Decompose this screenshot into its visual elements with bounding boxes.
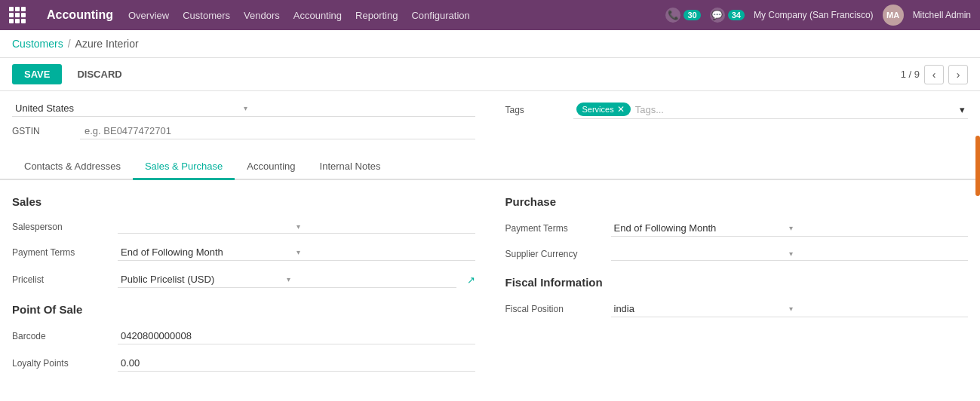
pricelist-select[interactable]: Public Pricelist (USD) ▾: [118, 271, 456, 288]
tags-field[interactable]: Services ✕ Tags... ▾: [573, 100, 969, 119]
supplier-currency-label: Supplier Currency: [505, 249, 604, 259]
tab-contacts-addresses[interactable]: Contacts & Addresses: [12, 155, 133, 180]
discard-button[interactable]: DISCARD: [68, 64, 131, 84]
sales-payment-terms-label: Payment Terms: [12, 247, 110, 258]
fiscal-section: Fiscal Information Fiscal Position india…: [505, 276, 969, 317]
country-value: United States: [15, 103, 244, 114]
salesperson-select[interactable]: ▾: [118, 220, 475, 234]
tab-content-sales-purchase: Sales Salesperson ▾ Payment Terms End of…: [0, 180, 980, 397]
avatar: MA: [883, 5, 904, 26]
breadcrumb: Customers / Azure Interior: [0, 30, 980, 58]
next-page-button[interactable]: ›: [948, 65, 968, 84]
tab-accounting[interactable]: Accounting: [235, 155, 307, 180]
tag-remove-btn[interactable]: ✕: [617, 104, 625, 115]
purchase-payment-terms-value: End of Following Month: [614, 222, 790, 234]
chat-icon: 💬: [710, 8, 725, 23]
breadcrumb-parent[interactable]: Customers: [12, 38, 63, 50]
barcode-row: Barcode: [12, 328, 475, 344]
form-top-section: United States ▾ GSTIN Tags Services ✕: [0, 91, 980, 148]
pricelist-value: Public Pricelist (USD): [121, 274, 287, 285]
pagination-control: 1 / 9 ‹ ›: [901, 65, 968, 84]
loyalty-label: Loyalty Points: [12, 358, 110, 369]
loyalty-row: Loyalty Points: [12, 355, 475, 372]
chat-btn[interactable]: 💬 34: [710, 8, 745, 23]
pricelist-caret: ▾: [287, 275, 453, 283]
prev-page-button[interactable]: ‹: [924, 65, 944, 84]
purchase-payment-terms-row: Payment Terms End of Following Month ▾: [505, 220, 969, 237]
sales-payment-terms-value: End of Following Month: [121, 246, 296, 258]
left-form-col: United States ▾ GSTIN: [12, 100, 475, 145]
fiscal-position-caret: ▾: [789, 305, 965, 313]
purchase-payment-terms-label: Payment Terms: [505, 223, 604, 234]
loyalty-input[interactable]: [121, 357, 472, 369]
loyalty-field[interactable]: [118, 355, 475, 372]
toolbar: SAVE DISCARD 1 / 9 ‹ ›: [0, 58, 980, 91]
nav-vendors[interactable]: Vendors: [244, 10, 280, 21]
tags-label: Tags: [505, 105, 566, 115]
tab-internal-notes[interactable]: Internal Notes: [308, 155, 393, 180]
sales-column: Sales Salesperson ▾ Payment Terms End of…: [12, 195, 475, 382]
supplier-currency-select[interactable]: ▾: [611, 247, 969, 261]
country-select[interactable]: United States ▾: [12, 100, 475, 117]
tags-row: Tags Services ✕ Tags... ▾: [505, 100, 969, 119]
salesperson-label: Salesperson: [12, 222, 110, 232]
supplier-currency-row: Supplier Currency ▾: [505, 247, 969, 261]
fiscal-position-row: Fiscal Position india ▾: [505, 301, 969, 317]
fiscal-position-label: Fiscal Position: [505, 304, 604, 314]
sales-payment-terms-row: Payment Terms End of Following Month ▾: [12, 244, 475, 261]
fiscal-section-title: Fiscal Information: [505, 276, 969, 289]
chat-badge: 34: [728, 10, 745, 20]
gstin-row: GSTIN: [12, 123, 475, 139]
barcode-field[interactable]: [118, 328, 475, 344]
main-nav-links: Overview Customers Vendors Accounting Re…: [128, 10, 650, 21]
services-tag: Services ✕: [576, 103, 631, 116]
save-button[interactable]: SAVE: [12, 64, 62, 84]
sales-payment-terms-caret: ▾: [296, 248, 472, 256]
nav-customers[interactable]: Customers: [183, 10, 230, 21]
user-menu[interactable]: Mitchell Admin: [913, 10, 971, 20]
content-area: Customers / Azure Interior SAVE DISCARD …: [0, 30, 980, 397]
fiscal-position-select[interactable]: india ▾: [611, 301, 969, 317]
sales-section-title: Sales: [12, 195, 475, 208]
nav-overview[interactable]: Overview: [128, 10, 169, 21]
app-grid-icon[interactable]: [9, 7, 26, 23]
pricelist-external-link[interactable]: ↗: [467, 274, 475, 286]
scroll-indicator[interactable]: [975, 136, 980, 196]
tag-label: Services: [582, 105, 614, 114]
nav-accounting[interactable]: Accounting: [293, 10, 342, 21]
phone-icon: 📞: [665, 8, 680, 23]
pricelist-row: Pricelist Public Pricelist (USD) ▾ ↗: [12, 271, 475, 288]
breadcrumb-current: Azure Interior: [75, 38, 139, 50]
gstin-input[interactable]: [80, 123, 475, 139]
purchase-payment-caret: ▾: [789, 224, 965, 232]
phone-activity-btn[interactable]: 📞 30: [665, 8, 700, 23]
fiscal-position-value: india: [614, 303, 790, 314]
nav-reporting[interactable]: Reporting: [355, 10, 398, 21]
tab-sales-purchase[interactable]: Sales & Purchase: [133, 155, 235, 180]
pos-section: Point Of Sale Barcode Loyalty Points: [12, 303, 475, 372]
sales-payment-terms-select[interactable]: End of Following Month ▾: [118, 244, 475, 261]
salesperson-caret: ▾: [296, 222, 472, 231]
country-caret: ▾: [244, 104, 472, 112]
nav-right-panel: 📞 30 💬 34 My Company (San Francisco) MA …: [665, 5, 971, 26]
pricelist-label: Pricelist: [12, 274, 110, 285]
purchase-payment-terms-select[interactable]: End of Following Month ▾: [611, 220, 969, 237]
tabs-bar: Contacts & Addresses Sales & Purchase Ac…: [0, 155, 980, 180]
purchase-column: Purchase Payment Terms End of Following …: [505, 195, 969, 382]
supplier-currency-caret: ▾: [789, 249, 965, 258]
phone-badge: 30: [684, 10, 700, 20]
nav-configuration[interactable]: Configuration: [411, 10, 469, 21]
barcode-input[interactable]: [121, 330, 472, 341]
company-selector[interactable]: My Company (San Francisco): [754, 10, 874, 20]
tags-placeholder: Tags...: [635, 104, 955, 115]
tags-caret: ▾: [960, 104, 965, 115]
app-title: Accounting: [47, 8, 113, 22]
barcode-label: Barcode: [12, 331, 110, 341]
salesperson-row: Salesperson ▾: [12, 220, 475, 234]
gstin-label: GSTIN: [12, 126, 72, 136]
pagination-label: 1 / 9: [901, 69, 920, 80]
top-navigation: Accounting Overview Customers Vendors Ac…: [0, 0, 980, 30]
breadcrumb-separator: /: [68, 38, 71, 50]
country-row: United States ▾: [12, 100, 475, 117]
right-form-col: Tags Services ✕ Tags... ▾: [505, 100, 969, 145]
